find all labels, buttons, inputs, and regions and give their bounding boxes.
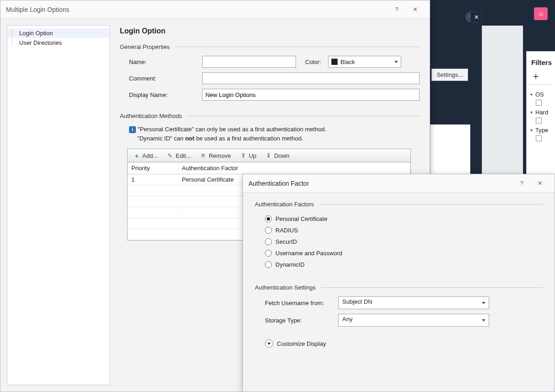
filter-checkbox[interactable] [536,100,542,106]
x-icon: ✕ [200,152,206,159]
select-value: Any [342,316,352,322]
filters-title: Filters [529,59,552,66]
nav-user-directories[interactable]: User Directories [7,38,109,48]
storage-label: Storage Type: [265,317,338,324]
plus-icon: + [134,152,140,159]
chevron-down-icon [482,319,485,322]
comment-label: Comment: [129,75,202,82]
factor-label: Personal Certificate [275,215,327,222]
button-label: Add... [142,152,158,159]
divider [188,116,420,116]
arrow-down-icon: ⬇ [265,152,272,159]
chevron-down-icon: ▾ [530,110,533,115]
chevron-down-icon [482,302,485,304]
filter-checkbox[interactable] [536,135,542,141]
dialog2-titlebar: Authentication Factor ? ✕ [243,174,555,193]
factor-label: DynamicID [275,261,305,268]
filter-item-os[interactable]: ▾OS [529,89,552,100]
auth-note: i"Personal Certificate" can only be used… [129,125,420,143]
dialog-title: Multiple Login Options [6,6,388,13]
app-close-button[interactable]: ✕ [470,11,482,23]
auth-note-line: "Personal Certificate" can only be used … [138,126,326,133]
nav-login-option[interactable]: Login Option [7,28,109,38]
color-label: Color: [305,59,328,65]
pencil-icon: ✎ [167,152,173,159]
dialog-titlebar: Multiple Login Options ? ✕ [0,0,430,19]
authentication-factor-dialog: Authentication Factor ? ✕ Authentication… [242,174,555,392]
factor-option[interactable]: Personal Certificate [255,213,543,225]
section-factors-title: Authentication Factors [255,201,314,208]
add-filter-icon[interactable]: ＋ [529,70,552,85]
dialog2-title: Authentication Factor [248,180,512,187]
filter-label: Type [535,127,548,134]
color-select[interactable]: Black [328,56,401,68]
select-value: Subject DN [342,298,372,305]
settings-button[interactable]: Settings... [431,69,468,81]
col-priority[interactable]: Priority [128,162,178,174]
edit-button[interactable]: ✎Edit... [163,150,195,161]
radio-icon [265,238,272,245]
radio-icon [265,215,272,222]
factor-label: Username and Password [275,250,342,257]
cell-priority[interactable] [128,218,178,229]
button-label: Edit... [176,152,191,159]
cell-priority[interactable] [128,196,178,207]
radio-icon [265,227,272,234]
cell-priority[interactable] [128,207,178,218]
col-factor[interactable]: Authentication Factor [178,162,410,174]
dialog2-help-button[interactable]: ? [512,174,531,193]
filter-item-type[interactable]: ▾Type [529,125,552,135]
remove-button[interactable]: ✕Remove [196,150,235,161]
filter-checkbox[interactable] [536,118,542,124]
fetch-select[interactable]: Subject DN [338,296,489,309]
display-name-label: Display Name: [129,91,202,98]
factor-option[interactable]: SecurID [255,236,543,247]
section-auth-settings-title: Authentication Settings [255,284,316,291]
down-button[interactable]: ⬇Down [261,150,293,161]
factor-option[interactable]: DynamicID [255,259,543,270]
filter-item-hard[interactable]: ▾Hard [529,107,552,118]
auth-note-line: "Dynamic ID" can [137,135,185,142]
comment-input[interactable] [202,72,420,84]
divider [321,287,543,288]
chevron-down-icon: ▾ [530,92,533,97]
page-heading: Login Option [120,27,420,35]
cell-priority[interactable] [128,185,178,196]
chevron-down-icon [394,61,398,63]
filter-label: Hard [535,109,548,116]
factor-option[interactable]: Username and Password [255,247,543,259]
storage-select[interactable]: Any [338,314,489,327]
button-label: Remove [209,152,231,159]
auth-toolbar: +Add... ✎Edit... ✕Remove ⬆Up ⬇Down [127,149,411,162]
factor-label: SecurID [275,238,297,245]
factor-label: RADIUS [275,227,298,234]
bg-panel [430,124,470,177]
section-general-title: General Properties [120,43,170,50]
factor-option[interactable]: RADIUS [255,225,543,236]
chevron-down-icon: ▾ [530,128,533,133]
arrow-up-icon: ⬆ [240,152,247,159]
dialog-help-button[interactable]: ? [388,0,406,19]
radio-icon [265,250,272,257]
divider [175,47,420,47]
divider [319,204,543,204]
cell-priority[interactable]: 1 [128,174,178,185]
display-name-input[interactable] [202,89,420,101]
dialog-close-button[interactable]: ✕ [406,0,424,19]
color-swatch-icon [331,59,338,65]
auth-note-bold: not [185,135,194,142]
dialog-nav: Login Option User Directories [7,25,110,385]
cell-priority[interactable] [128,229,178,240]
expander-label: Customize Display [277,340,326,347]
name-input[interactable] [202,56,296,68]
section-auth-title: Authentication Methods [120,113,182,119]
chevron-down-icon [265,339,273,348]
dialog2-close-button[interactable]: ✕ [531,174,549,193]
filter-label: OS [535,91,544,98]
up-button[interactable]: ⬆Up [236,150,261,161]
radio-icon [265,261,272,268]
name-label: Name: [129,59,202,65]
add-button[interactable]: +Add... [129,150,162,161]
customize-display-expander[interactable]: Customize Display [265,339,543,348]
color-value: Black [340,59,355,65]
